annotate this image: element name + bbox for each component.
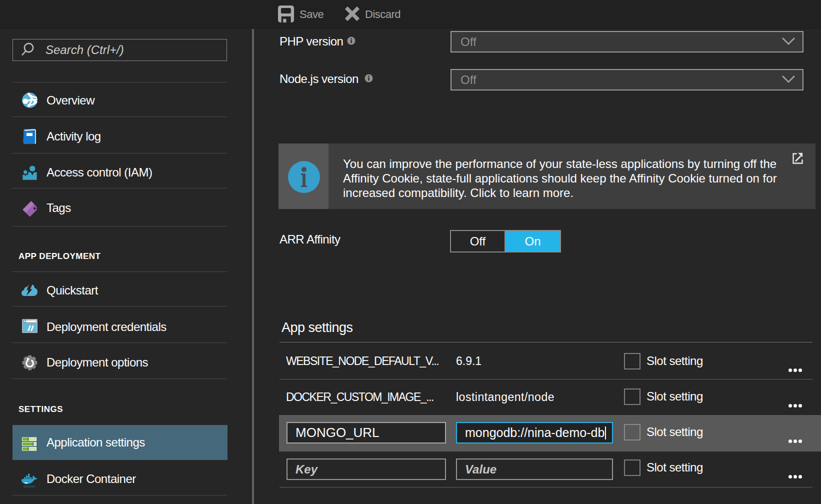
svg-text:docker: docker	[24, 484, 36, 488]
